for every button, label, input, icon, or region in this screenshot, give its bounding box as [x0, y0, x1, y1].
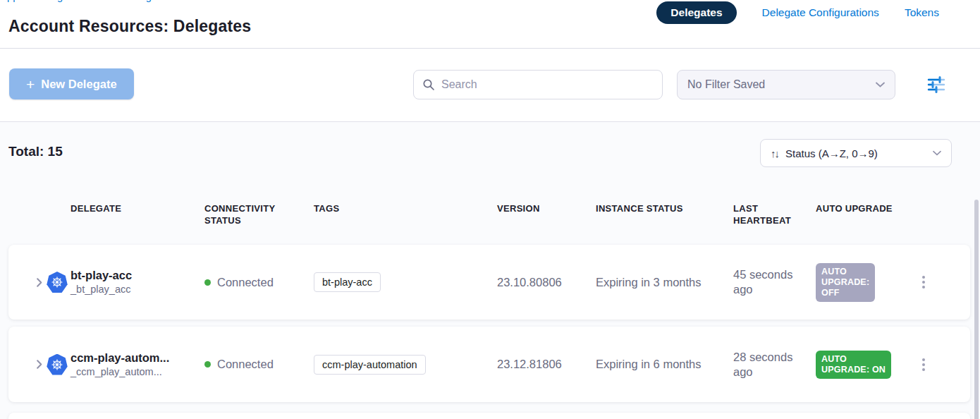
connectivity-status: Connected — [217, 276, 274, 289]
chevron-down-icon — [876, 82, 885, 87]
column-header-connectivity-status: CONNECTIVITY STATUS — [204, 202, 314, 226]
new-delegate-button[interactable]: + New Delegate — [9, 68, 134, 99]
column-header-instance-status: INSTANCE STATUS — [596, 202, 733, 214]
delegate-name: bt-play-acc — [71, 268, 204, 282]
connected-status-dot — [204, 279, 211, 286]
tab-delegate-configurations[interactable]: Delegate Configurations — [762, 6, 879, 19]
tag-chip: ccm-play-automation — [314, 355, 426, 375]
row-menu-kebab-icon[interactable] — [915, 276, 932, 289]
column-header-last-heartbeat: LAST HEARTBEAT — [733, 202, 816, 226]
breadcrumb[interactable]: app-ci-testing-account / ci-testing — [1, 0, 354, 4]
expand-chevron-icon[interactable] — [34, 277, 44, 288]
table-row[interactable]: bt-play-acc _bt_play_acc Connected bt-pl… — [8, 245, 970, 320]
kubernetes-icon — [47, 354, 68, 375]
search-input[interactable] — [441, 78, 654, 91]
search-icon — [422, 78, 435, 91]
table-row-partial[interactable] — [8, 413, 970, 419]
sort-arrows-icon: ↑↓ — [771, 147, 778, 159]
column-header-version: VERSION — [497, 202, 596, 214]
delegate-identifier: _bt_play_acc — [71, 283, 204, 296]
last-heartbeat: 28 seconds ago — [733, 350, 816, 379]
filter-sliders-icon[interactable] — [926, 75, 946, 95]
sort-value: Status (A→Z, 0→9) — [785, 147, 926, 159]
last-heartbeat: 45 seconds ago — [733, 267, 816, 297]
delegate-version: 23.12.81806 — [497, 357, 596, 372]
kubernetes-icon — [47, 272, 68, 293]
saved-filter-dropdown[interactable]: No Filter Saved — [677, 70, 895, 99]
instance-status: Expiring in 6 months — [596, 357, 733, 372]
connected-status-dot — [204, 361, 211, 368]
total-count: Total: 15 — [8, 144, 63, 159]
delegate-identifier: _ccm_play_autom... — [71, 365, 204, 379]
column-header-tags: TAGS — [314, 202, 497, 214]
instance-status: Expiring in 3 months — [596, 275, 733, 290]
page-title: Account Resources: Delegates — [8, 17, 251, 36]
header-divider — [0, 48, 980, 49]
column-header-auto-upgrade: AUTO UPGRADE — [816, 202, 909, 214]
row-menu-kebab-icon[interactable] — [915, 358, 932, 371]
tab-delegates[interactable]: Delegates — [656, 1, 736, 24]
table-header-row: DELEGATE CONNECTIVITY STATUS TAGS VERSIO… — [8, 202, 970, 226]
delegate-name: ccm-play-autom... — [71, 351, 204, 365]
table-row[interactable]: ccm-play-autom... _ccm_play_autom... Con… — [8, 327, 970, 402]
vertical-scrollbar[interactable] — [974, 200, 979, 419]
saved-filter-value: No Filter Saved — [687, 78, 765, 91]
tab-tokens[interactable]: Tokens — [905, 6, 939, 19]
auto-upgrade-badge: AUTO UPGRADE: ON — [816, 351, 891, 379]
sort-dropdown[interactable]: ↑↓ Status (A→Z, 0→9) — [760, 139, 952, 167]
connectivity-status: Connected — [217, 358, 274, 371]
breadcrumb-text: app-ci-testing-account / ci-testing — [1, 0, 354, 2]
chevron-down-icon — [933, 150, 941, 156]
new-delegate-label: New Delegate — [41, 78, 116, 91]
tag-chip: bt-play-acc — [314, 272, 381, 292]
auto-upgrade-badge: AUTO UPGRADE: OFF — [816, 263, 875, 302]
plus-icon: + — [26, 77, 35, 92]
tab-bar: Delegates Delegate Configurations Tokens — [656, 1, 939, 25]
column-header-delegate: DELEGATE — [71, 202, 204, 214]
expand-chevron-icon[interactable] — [34, 359, 44, 370]
search-box — [413, 70, 663, 99]
delegate-version: 23.10.80806 — [497, 275, 596, 290]
